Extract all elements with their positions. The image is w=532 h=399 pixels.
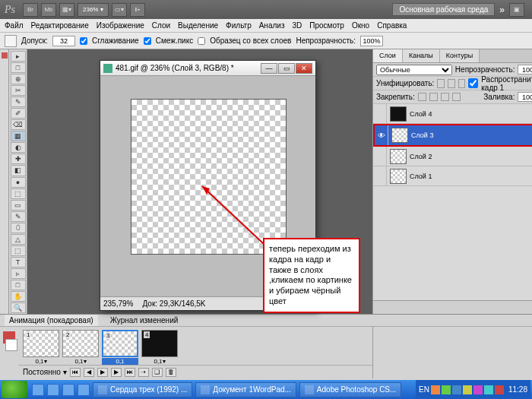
- taskbar-app-button[interactable]: Сердца трех (1992) ...: [93, 382, 192, 397]
- prev-frame-button[interactable]: ◀: [84, 368, 94, 377]
- layer-row[interactable]: Слой 1: [373, 166, 532, 186]
- canvas[interactable]: [131, 99, 287, 255]
- taskbar-app-button[interactable]: Adobe Photoshop CS...: [299, 382, 402, 397]
- visibility-toggle[interactable]: [373, 104, 387, 123]
- tool-button[interactable]: ⌫: [11, 119, 26, 130]
- tween-button[interactable]: ⇢: [138, 368, 149, 377]
- next-frame-button[interactable]: ▶: [111, 368, 122, 377]
- opacity-input[interactable]: [360, 36, 383, 46]
- menu-view[interactable]: Просмотр: [309, 21, 344, 30]
- animation-frame[interactable]: 20,1▾: [62, 330, 99, 365]
- language-indicator[interactable]: EN: [419, 385, 429, 394]
- tool-button[interactable]: □: [11, 62, 26, 73]
- tray-icon[interactable]: [495, 385, 504, 394]
- antialias-checkbox[interactable]: [80, 37, 87, 45]
- tool-button[interactable]: ✋: [11, 291, 26, 302]
- menu-analysis[interactable]: Анализ: [259, 21, 285, 30]
- tool-button[interactable]: □: [11, 280, 26, 290]
- cslive-icon[interactable]: ▣: [509, 3, 524, 17]
- launch-bridge-icon[interactable]: Br: [23, 3, 38, 17]
- tool-button[interactable]: ✚: [11, 154, 26, 164]
- quick-launch-icon[interactable]: [32, 384, 44, 396]
- layer-thumbnail[interactable]: [391, 128, 408, 143]
- tolerance-input[interactable]: [52, 36, 75, 46]
- arrange-docs-icon[interactable]: ▦▾: [59, 3, 74, 17]
- visibility-toggle[interactable]: [373, 147, 387, 166]
- animation-frame[interactable]: 40,1▾: [141, 330, 178, 365]
- tool-button[interactable]: ⊕: [11, 74, 26, 84]
- tool-button[interactable]: ▦: [11, 131, 26, 141]
- layer-row[interactable]: Слой 4: [373, 104, 532, 124]
- loop-dropdown[interactable]: Постоянно ▾: [23, 368, 67, 376]
- menu-file[interactable]: Файл: [5, 21, 24, 30]
- frame-delay[interactable]: 0,1▾: [23, 358, 59, 365]
- tool-button[interactable]: ✐: [11, 108, 26, 119]
- tab-paths[interactable]: Контуры: [440, 49, 480, 62]
- start-button[interactable]: [2, 381, 27, 398]
- tray-icon[interactable]: [452, 385, 461, 394]
- propagate-checkbox[interactable]: [468, 78, 478, 88]
- fill-input[interactable]: [518, 92, 532, 102]
- quick-launch-icon[interactable]: [47, 384, 59, 396]
- tab-animation[interactable]: Анимация (покадровая): [5, 315, 98, 326]
- tool-button[interactable]: ◧: [11, 165, 26, 176]
- menu-edit[interactable]: Редактирование: [31, 21, 89, 30]
- unify-visibility-icon[interactable]: [448, 79, 455, 88]
- first-frame-button[interactable]: ⏮: [70, 368, 81, 377]
- tab-history[interactable]: Журнал изменений: [106, 315, 183, 326]
- duplicate-frame-button[interactable]: ❏: [152, 368, 163, 377]
- clock[interactable]: 11:28: [508, 385, 527, 394]
- frame-delay[interactable]: 0,1▾: [141, 358, 178, 365]
- blend-mode-select[interactable]: Обычные: [376, 65, 452, 75]
- quick-launch-icon[interactable]: [62, 384, 74, 396]
- visibility-toggle[interactable]: 👁: [375, 125, 388, 145]
- tab-layers[interactable]: Слои: [373, 49, 403, 62]
- lock-position-icon[interactable]: [441, 93, 449, 101]
- tool-button[interactable]: ▸: [11, 51, 26, 62]
- layer-thumbnail[interactable]: [390, 149, 407, 164]
- tool-button[interactable]: T: [11, 257, 26, 268]
- zoom-level-dropdown[interactable]: 236% ▾: [78, 3, 109, 17]
- extras-icon[interactable]: ⫿▾: [130, 3, 145, 17]
- tool-button[interactable]: ◐: [11, 142, 26, 153]
- tray-icon[interactable]: [484, 385, 493, 394]
- menu-filter[interactable]: Фильтр: [226, 21, 252, 30]
- animation-frame[interactable]: 10,1▾: [23, 330, 59, 365]
- zoom-readout[interactable]: 235,79%: [103, 299, 133, 308]
- mini-bridge-icon[interactable]: Mb: [41, 3, 56, 17]
- layer-row[interactable]: Слой 2: [373, 147, 532, 166]
- tool-button[interactable]: ⬚: [11, 245, 26, 256]
- contiguous-checkbox[interactable]: [144, 37, 151, 45]
- tray-icon[interactable]: [431, 385, 440, 394]
- delete-frame-button[interactable]: 🗑: [166, 368, 176, 377]
- play-button[interactable]: ▶: [97, 368, 108, 377]
- animation-frame[interactable]: 30,1: [102, 330, 138, 365]
- layer-thumbnail[interactable]: [390, 169, 407, 184]
- frame-delay[interactable]: 0,1▾: [62, 358, 99, 365]
- frame-delay[interactable]: 0,1: [102, 358, 138, 365]
- minimize-button[interactable]: —: [261, 63, 277, 74]
- tool-button[interactable]: ✂: [11, 85, 26, 96]
- menu-window[interactable]: Окно: [352, 21, 369, 30]
- tab-channels[interactable]: Каналы: [403, 49, 440, 62]
- layer-thumbnail[interactable]: [390, 106, 407, 122]
- quick-launch-icon[interactable]: [78, 384, 90, 396]
- tray-icon[interactable]: [442, 385, 451, 394]
- close-button[interactable]: ✕: [296, 63, 312, 74]
- doc-info[interactable]: Док: 29,3K/146,5K: [142, 299, 205, 308]
- unify-style-icon[interactable]: [458, 79, 466, 88]
- taskbar-app-button[interactable]: Документ 1WordPad...: [195, 382, 296, 397]
- tool-button[interactable]: 🔍: [11, 302, 26, 313]
- maximize-button[interactable]: ▭: [278, 63, 295, 74]
- menu-select[interactable]: Выделение: [178, 21, 218, 30]
- layer-row[interactable]: 👁Слой 3: [373, 124, 532, 147]
- menu-help[interactable]: Справка: [377, 21, 407, 30]
- sample-all-checkbox[interactable]: [198, 37, 205, 45]
- screen-mode-icon[interactable]: ▭▾: [112, 3, 127, 17]
- tray-icon[interactable]: [473, 385, 483, 394]
- visibility-toggle[interactable]: [373, 166, 387, 185]
- tool-button[interactable]: ⬯: [11, 223, 26, 233]
- lock-transparent-icon[interactable]: [418, 93, 426, 101]
- layer-opacity-input[interactable]: [518, 65, 532, 74]
- workspace-switcher[interactable]: Основная рабочая среда: [392, 3, 495, 16]
